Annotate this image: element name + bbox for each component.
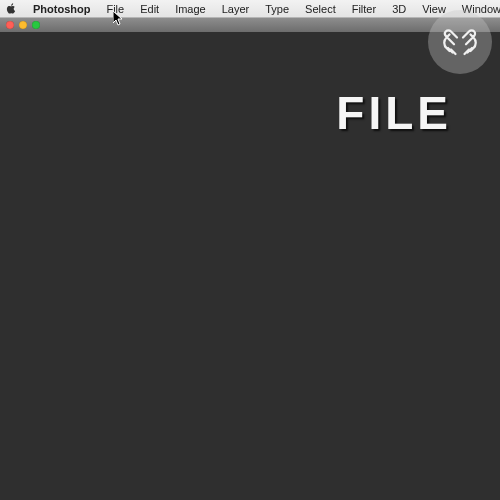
macos-menubar: Photoshop File Edit Image Layer Type Sel… xyxy=(0,0,500,18)
menu-edit[interactable]: Edit xyxy=(132,0,167,18)
hands-icon xyxy=(436,18,484,66)
menu-file[interactable]: File xyxy=(98,0,132,18)
window-zoom-button[interactable] xyxy=(32,21,40,29)
screen: Photoshop File Edit Image Layer Type Sel… xyxy=(0,0,500,500)
menu-layer[interactable]: Layer xyxy=(214,0,258,18)
menu-app-name[interactable]: Photoshop xyxy=(25,0,98,18)
menu-filter[interactable]: Filter xyxy=(344,0,384,18)
menu-type[interactable]: Type xyxy=(257,0,297,18)
window-close-button[interactable] xyxy=(6,21,14,29)
menu-select[interactable]: Select xyxy=(297,0,344,18)
window-minimize-button[interactable] xyxy=(19,21,27,29)
window-titlebar xyxy=(0,18,500,32)
menu-image[interactable]: Image xyxy=(167,0,214,18)
canvas-big-label: FILE xyxy=(336,86,452,140)
gesture-overlay xyxy=(428,10,492,74)
menu-3d[interactable]: 3D xyxy=(384,0,414,18)
photoshop-workspace[interactable]: FILE xyxy=(0,32,500,500)
apple-menu-icon[interactable] xyxy=(6,3,17,14)
